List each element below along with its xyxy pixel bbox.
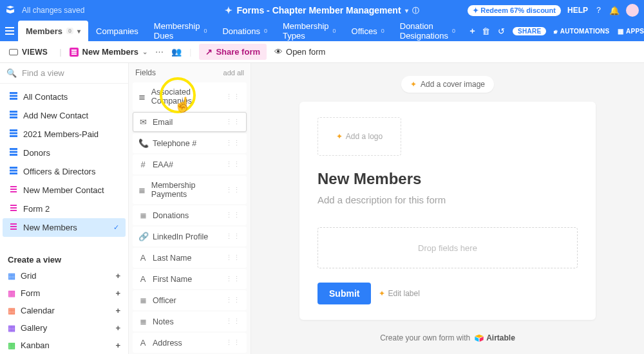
field-telephone-[interactable]: 📞 Telephone # ⋮⋮ (133, 133, 247, 153)
field-donations[interactable]: ≣ Donations ⋮⋮ (133, 205, 247, 225)
field-address[interactable]: A Address ⋮⋮ (133, 333, 247, 353)
sidebar-toggle-icon[interactable] (4, 21, 18, 41)
views-toggle[interactable]: VIEWS (5, 45, 52, 59)
view-item-all-contacts[interactable]: All Contacts (3, 88, 126, 106)
create-gallery-view[interactable]: ▦ Gallery + (0, 319, 128, 337)
view-item-donors[interactable]: Donors (3, 144, 126, 162)
drag-handle-icon[interactable]: ⋮⋮ (225, 118, 241, 126)
submit-button[interactable]: Submit (317, 283, 371, 304)
info-icon[interactable]: ⓘ (412, 6, 419, 15)
field-linkedin-profile[interactable]: 🔗 LinkedIn Profile ⋮⋮ (133, 227, 247, 247)
badge: 0 (264, 28, 267, 34)
automations-icon: ⸙ (554, 28, 557, 35)
drag-handle-icon[interactable]: ⋮⋮ (225, 275, 241, 283)
table-tab-members[interactable]: Members0▾ (18, 21, 88, 41)
help-link[interactable]: HELP (567, 6, 588, 15)
view-item-2021-members-paid[interactable]: 2021 Members-Paid (3, 125, 126, 144)
history-icon[interactable]: ↺ (498, 26, 505, 36)
gift-icon: ✦ (473, 6, 478, 15)
field-type-icon: ✉ (138, 117, 147, 127)
table-tab-offices[interactable]: Offices0 (344, 21, 392, 41)
drag-handle-icon[interactable]: ⋮⋮ (225, 317, 241, 326)
drag-handle-icon[interactable]: ⋮⋮ (225, 160, 241, 169)
notifications-icon[interactable]: 🔔 (609, 6, 620, 15)
drag-handle-icon[interactable]: ⋮⋮ (225, 339, 241, 347)
svg-rect-22 (10, 189, 17, 190)
apps-button[interactable]: ▦APPS (618, 28, 644, 35)
drag-handle-icon[interactable]: ⋮⋮ (225, 254, 241, 262)
base-title[interactable]: ✦ Forms - Chapter Member Management ▾ ⓘ (225, 5, 419, 15)
field-last-name[interactable]: A Last Name ⋮⋮ (133, 248, 247, 268)
open-form-button[interactable]: 👁 Open form (274, 47, 325, 57)
add-logo-button[interactable]: ✦ Add a logo (317, 117, 401, 156)
views-label: VIEWS (22, 48, 48, 57)
current-view[interactable]: New Members ⌄ (70, 47, 147, 57)
create-grid-view[interactable]: ▦ Grid + (0, 267, 128, 284)
svg-rect-29 (10, 228, 17, 230)
find-view-input[interactable]: 🔍 Find a view (0, 63, 128, 84)
svg-rect-16 (10, 151, 17, 153)
field-associated-companies[interactable]: ≣ Associated Companies ⋮⋮ (133, 82, 247, 111)
field-first-name[interactable]: A First Name ⋮⋮ (133, 269, 247, 289)
svg-rect-19 (10, 170, 17, 172)
drag-handle-icon[interactable]: ⋮⋮ (225, 232, 241, 241)
field-type-icon: A (138, 274, 147, 284)
svg-rect-17 (10, 154, 17, 156)
drag-handle-icon[interactable]: ⋮⋮ (225, 93, 241, 101)
airtable-logo[interactable]: Airtable (474, 333, 515, 343)
form-card: ✦ Add a logo New Members Add a descripti… (299, 102, 596, 320)
table-tab-companies[interactable]: Companies (88, 21, 146, 41)
automations-button[interactable]: ⸙AUTOMATIONS (554, 28, 609, 35)
table-tab-donations[interactable]: Donations0 (214, 21, 275, 41)
view-item-officers-directors[interactable]: Officers & Directors (3, 162, 126, 181)
view-item-new-members[interactable]: New Members✓ (3, 218, 126, 237)
add-cover-label: Add a cover image (421, 80, 485, 89)
add-logo-label: Add a logo (346, 132, 383, 141)
eye-icon: 👁 (274, 47, 283, 57)
create-view-header: Create a view (0, 250, 128, 267)
table-tab-membership-types[interactable]: Membership Types0 (275, 21, 344, 41)
help-icon[interactable]: ？ (594, 5, 603, 16)
share-form-button[interactable]: ↗ Share form (199, 44, 267, 60)
drag-handle-icon[interactable]: ⋮⋮ (225, 186, 241, 194)
plus-icon: + (115, 340, 120, 350)
view-item-add-new-contact[interactable]: Add New Contact (3, 106, 126, 125)
svg-rect-10 (10, 114, 17, 116)
create-calendar-view[interactable]: ▦ Calendar + (0, 302, 128, 319)
create-kanban-view[interactable]: ▦ Kanban + (0, 337, 128, 354)
field-email[interactable]: ✉ Email ⋮⋮ (133, 112, 247, 132)
field-officer[interactable]: ≣ Officer ⋮⋮ (133, 290, 247, 310)
form-description[interactable]: Add a description for this form (317, 194, 578, 205)
field-eaa-[interactable]: # EAA# ⋮⋮ (133, 154, 247, 174)
people-icon[interactable]: 👥 (171, 47, 182, 57)
add-table-button[interactable]: ＋ (463, 21, 482, 41)
field-membership-payments[interactable]: ≣ Membership Payments ⋮⋮ (133, 176, 247, 204)
trash-icon[interactable]: 🗑 (482, 26, 490, 36)
svg-rect-5 (71, 53, 77, 55)
field-type-icon: 🔗 (138, 232, 147, 241)
edit-submit-label[interactable]: ✦ Edit label (379, 289, 419, 298)
grid-view-icon (9, 91, 18, 102)
views-panel-icon (9, 49, 18, 55)
view-item-form-2[interactable]: Form 2 (3, 200, 126, 218)
field-type-icon: A (138, 338, 147, 348)
share-button[interactable]: SHARE (513, 27, 547, 35)
user-avatar[interactable] (626, 4, 639, 17)
badge: 0 (66, 28, 73, 34)
form-title[interactable]: New Members (317, 170, 578, 188)
field-notes[interactable]: ≣ Notes ⋮⋮ (133, 312, 247, 331)
table-tab-donation-designations[interactable]: Donation Designations0 (392, 21, 463, 41)
create-form-view[interactable]: ▦ Form + (0, 284, 128, 302)
field-drop-zone[interactable]: Drop fields here (317, 227, 578, 268)
svg-rect-26 (10, 210, 17, 211)
redeem-discount-button[interactable]: ✦ Redeem 67% discount (468, 5, 561, 16)
add-all-fields-button[interactable]: add all (223, 69, 244, 77)
drag-handle-icon[interactable]: ⋮⋮ (225, 139, 241, 147)
table-tab-membership-dues[interactable]: Membership Dues0 (146, 21, 215, 41)
drag-handle-icon[interactable]: ⋮⋮ (225, 296, 241, 304)
more-options-icon[interactable]: ⋯ (155, 47, 164, 57)
drag-handle-icon[interactable]: ⋮⋮ (225, 211, 241, 219)
add-cover-image-button[interactable]: ✦ Add a cover image (401, 76, 494, 93)
form-view-icon (9, 185, 18, 196)
view-item-new-member-contact[interactable]: New Member Contact (3, 181, 126, 200)
